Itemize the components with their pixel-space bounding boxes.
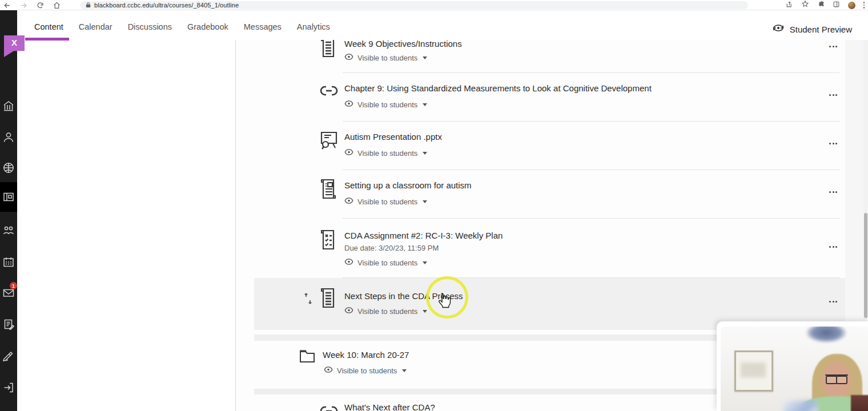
sign-out-icon (2, 381, 15, 394)
item-options-menu[interactable] (829, 143, 837, 144)
sidebar-item-activity[interactable] (0, 155, 17, 181)
student-preview-icon (771, 23, 785, 35)
sidebar-item-tools[interactable] (0, 342, 17, 369)
eye-icon (344, 257, 353, 268)
visibility-dropdown[interactable]: Visible to students (344, 196, 427, 207)
item-options-menu[interactable] (829, 46, 837, 47)
grades-icon (2, 318, 15, 331)
visibility-label: Visible to students (357, 54, 417, 62)
webcam-overlay[interactable] (717, 321, 868, 411)
share-icon[interactable] (786, 0, 793, 10)
document-icon (318, 37, 339, 61)
due-date: Due date: 3/20/23, 11:59 PM (344, 244, 439, 252)
course-side-panel (17, 40, 236, 411)
forward-icon[interactable] (20, 2, 27, 9)
eye-icon (344, 148, 353, 158)
visibility-dropdown[interactable]: Visible to students (324, 365, 407, 376)
mouse-cursor (439, 292, 451, 311)
item-options-menu[interactable] (829, 191, 837, 193)
reload-icon[interactable] (37, 2, 44, 9)
eye-icon (324, 365, 333, 376)
item-title[interactable]: Week 9 Objectives/Instructions (344, 39, 462, 49)
sidebar-item-messages[interactable]: 1 (0, 280, 17, 306)
chevron-down-icon (402, 369, 407, 372)
item-title[interactable]: Setting up a classroom for autism (344, 180, 472, 190)
profile-avatar[interactable] (848, 2, 855, 9)
sidebar-item-calendar[interactable] (0, 249, 17, 275)
visibility-dropdown[interactable]: Visible to students (344, 99, 427, 110)
visibility-label: Visible to students (357, 100, 417, 109)
item-options-menu[interactable] (829, 94, 837, 96)
active-tab-underline (25, 38, 69, 41)
app-sidebar: 1 (0, 10, 17, 411)
content-item-row[interactable]: CDA Assignment #2: RC-I-3: Weekly PlanDu… (254, 219, 845, 278)
visibility-dropdown[interactable]: Visible to students (344, 306, 427, 316)
tab-messages[interactable]: Messages (244, 22, 282, 31)
item-title[interactable]: What's Next after CDA? (344, 402, 435, 411)
visibility-label: Visible to students (337, 366, 397, 375)
content-item-row[interactable]: Chapter 9: Using Standardized Measuremen… (254, 73, 845, 122)
chevron-down-icon (423, 152, 427, 155)
lock-icon (86, 0, 91, 10)
item-title[interactable]: Week 10: March 20-27 (323, 350, 409, 360)
wall-picture (734, 350, 773, 392)
organizations-icon (2, 224, 15, 236)
item-title[interactable]: Chapter 9: Using Standardized Measuremen… (344, 83, 652, 93)
chevron-down-icon (423, 261, 427, 264)
course-tabs: Content Calendar Discussions Gradebook M… (34, 22, 330, 31)
home-icon[interactable] (53, 2, 61, 9)
courses-icon (2, 191, 15, 203)
item-options-menu[interactable] (829, 246, 837, 248)
tab-calendar[interactable]: Calendar (79, 22, 112, 31)
image-document-icon (318, 178, 339, 202)
browser-menu-icon[interactable] (863, 2, 865, 9)
sidebar-item-institution[interactable] (0, 93, 17, 119)
content-card: Week 9 Objectives/InstructionsVisible to… (254, 40, 845, 335)
eye-icon (344, 196, 353, 207)
presentation-icon (318, 130, 340, 154)
chevron-down-icon (423, 200, 427, 203)
item-options-menu[interactable] (829, 301, 837, 303)
activity-icon (2, 162, 15, 174)
sidebar-item-courses[interactable] (0, 182, 17, 212)
url-text: blackboard.ccbc.edu/ultra/courses/_8405_… (94, 2, 239, 9)
extensions-icon[interactable] (817, 0, 825, 10)
back-icon[interactable] (3, 2, 11, 9)
institution-icon (2, 100, 15, 112)
address-bar[interactable]: blackboard.ccbc.edu/ultra/courses/_8405_… (80, 1, 748, 9)
profile-icon (2, 131, 15, 143)
webcam-video (721, 327, 868, 411)
visibility-dropdown[interactable]: Visible to students (344, 148, 427, 158)
tab-discussions[interactable]: Discussions (128, 22, 172, 31)
tab-content[interactable]: Content (34, 22, 63, 31)
tab-gradebook[interactable]: Gradebook (187, 22, 228, 31)
student-preview-button[interactable]: Student Preview (771, 23, 852, 35)
item-title[interactable]: Autism Presentation .pptx (344, 132, 442, 142)
visibility-dropdown[interactable]: Visible to students (344, 53, 427, 63)
item-title[interactable]: CDA Assignment #2: RC-I-3: Weekly Plan (344, 231, 503, 240)
visibility-label: Visible to students (357, 149, 417, 158)
person-glasses (825, 374, 848, 381)
bookmark-star-icon[interactable] (801, 0, 809, 10)
side-panel-icon[interactable] (833, 0, 840, 10)
content-item-row[interactable]: Autism Presentation .pptxVisible to stud… (254, 122, 845, 170)
link-icon (318, 81, 340, 103)
visibility-dropdown[interactable]: Visible to students (344, 257, 427, 268)
sidebar-item-sign-out[interactable] (0, 374, 17, 401)
link-icon (318, 401, 340, 411)
sidebar-item-return[interactable] (0, 405, 17, 411)
drag-handle-icon[interactable] (304, 292, 312, 307)
visibility-label: Visible to students (357, 259, 417, 267)
sidebar-item-grades[interactable] (0, 311, 17, 337)
content-item-row[interactable]: Week 9 Objectives/InstructionsVisible to… (254, 40, 845, 73)
chevron-down-icon (423, 310, 427, 313)
eye-icon (344, 99, 353, 110)
content-item-row[interactable]: Setting up a classroom for autismVisible… (254, 170, 845, 219)
tab-analytics[interactable]: Analytics (297, 22, 330, 31)
sidebar-item-organizations[interactable] (0, 217, 17, 243)
student-preview-label: Student Preview (790, 25, 852, 34)
browser-toolbar: blackboard.ccbc.edu/ultra/courses/_8405_… (0, 0, 868, 10)
sidebar-item-profile[interactable] (0, 124, 17, 150)
visibility-label: Visible to students (357, 307, 417, 316)
scrollbar-thumb[interactable] (864, 213, 867, 318)
